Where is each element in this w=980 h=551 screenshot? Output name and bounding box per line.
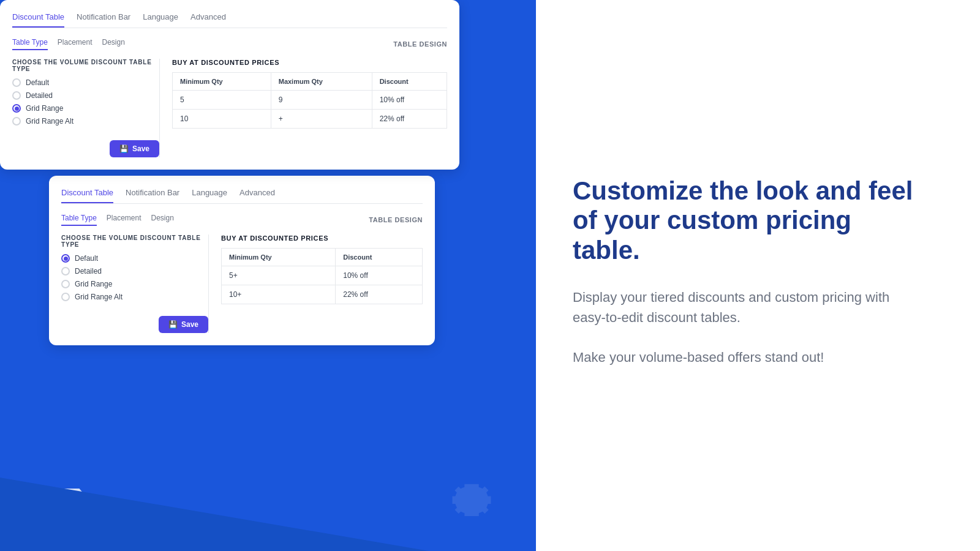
cell-discount-2-back: 22% off xyxy=(336,285,423,304)
col-header-discount-back: Discount xyxy=(336,249,423,266)
sub-tab-design-back[interactable]: Design xyxy=(151,214,174,226)
right-panel: Customize the look and feel of your cust… xyxy=(536,0,980,551)
sub-tab-table-type-front[interactable]: Table Type xyxy=(12,38,48,50)
radio-detailed-front[interactable]: Detailed xyxy=(12,91,159,100)
radio-label-grid-range-alt-back: Grid Range Alt xyxy=(75,293,123,301)
radio-grid-range-alt-front[interactable]: Grid Range Alt xyxy=(12,117,159,126)
radio-circle-grid-range xyxy=(12,104,21,113)
radio-circle-grid-range-back xyxy=(61,280,70,288)
table-row-1-front: 5 9 10% off xyxy=(173,91,447,110)
radio-label-default-back: Default xyxy=(75,254,98,263)
col-header-max-qty-front: Maximum Qty xyxy=(271,73,372,91)
right-col-front: BUY AT DISCOUNTED PRICES Minimum Qty Max… xyxy=(159,59,447,157)
section-heading-back: CHOOSE THE VOLUME DISCOUNT TABLE TYPE xyxy=(61,234,208,248)
save-button-back[interactable]: 💾 Save xyxy=(159,316,208,333)
radio-circle-default xyxy=(12,78,21,87)
svg-text:$: $ xyxy=(468,492,475,506)
sub-tab-table-type-back[interactable]: Table Type xyxy=(61,214,97,226)
cell-max-1-front: 9 xyxy=(271,91,372,110)
tab-language-front[interactable]: Language xyxy=(143,12,178,28)
save-label-front: Save xyxy=(132,144,149,153)
save-icon-back: 💾 xyxy=(168,320,178,329)
radio-dot-grid-range xyxy=(15,107,19,111)
card-inner-front: CHOOSE THE VOLUME DISCOUNT TABLE TYPE De… xyxy=(12,59,447,157)
radio-circle-grid-range-alt xyxy=(12,117,21,126)
radio-detailed-back[interactable]: Detailed xyxy=(61,267,208,276)
cell-discount-1-front: 10% off xyxy=(372,91,447,110)
radio-circle-detailed-back xyxy=(61,267,70,276)
tab-notification-bar-front[interactable]: Notification Bar xyxy=(77,12,130,28)
sub-tab-placement-front[interactable]: Placement xyxy=(58,38,92,50)
tab-bar-back: Discount Table Notification Bar Language… xyxy=(61,188,423,204)
cell-min-1-back: 5+ xyxy=(222,266,336,285)
sub-tab-row-front: Table Type Placement Design TABLE DESIGN xyxy=(12,38,447,50)
table-row-1-back: 5+ 10% off xyxy=(222,266,423,285)
radio-label-grid-range-back: Grid Range xyxy=(75,280,112,288)
table-design-label-back: TABLE DESIGN xyxy=(369,216,423,223)
body-text-2: Make your volume-based offers stand out! xyxy=(573,347,916,367)
radio-circle-default-back xyxy=(61,254,70,263)
cell-discount-2-front: 22% off xyxy=(372,110,447,129)
radio-circle-grid-range-alt-back xyxy=(61,293,70,301)
col-header-min-qty-back: Minimum Qty xyxy=(222,249,336,266)
tab-advanced-front[interactable]: Advanced xyxy=(190,12,226,28)
col-header-discount-front: Discount xyxy=(372,73,447,91)
sub-tab-row-back: Table Type Placement Design TABLE DESIGN xyxy=(61,214,423,226)
save-button-front[interactable]: 💾 Save xyxy=(110,140,159,157)
tab-advanced-back[interactable]: Advanced xyxy=(239,188,275,203)
discount-table-title-back: BUY AT DISCOUNTED PRICES xyxy=(221,234,423,242)
table-row-2-back: 10+ 22% off xyxy=(222,285,423,304)
radio-default-back[interactable]: Default xyxy=(61,254,208,263)
radio-label-detailed-back: Detailed xyxy=(75,267,102,276)
cell-max-2-front: + xyxy=(271,110,372,129)
tab-notification-bar-back[interactable]: Notification Bar xyxy=(126,188,179,203)
left-col-back: CHOOSE THE VOLUME DISCOUNT TABLE TYPE De… xyxy=(61,234,208,333)
radio-group-front: Default Detailed Grid Range Gri xyxy=(12,78,159,126)
bottom-diagonal xyxy=(0,478,429,551)
radio-dot-default-back xyxy=(64,257,68,261)
left-panel: $ Discount Table Notification Bar Langua… xyxy=(0,0,536,551)
table-row-2-front: 10 + 22% off xyxy=(173,110,447,129)
radio-label-grid-range-alt: Grid Range Alt xyxy=(26,117,74,126)
card-back: Discount Table Notification Bar Language… xyxy=(49,176,435,345)
radio-circle-detailed xyxy=(12,91,21,100)
radio-label-default: Default xyxy=(26,78,49,87)
tab-bar-front: Discount Table Notification Bar Language… xyxy=(12,12,447,28)
main-headline: Customize the look and feel of your cust… xyxy=(573,176,916,265)
card-front: Discount Table Notification Bar Language… xyxy=(0,0,459,170)
radio-label-detailed: Detailed xyxy=(26,91,53,100)
tab-discount-table-back[interactable]: Discount Table xyxy=(61,188,113,203)
radio-default-front[interactable]: Default xyxy=(12,78,159,87)
section-heading-front: CHOOSE THE VOLUME DISCOUNT TABLE TYPE xyxy=(12,59,159,72)
col-header-min-qty-front: Minimum Qty xyxy=(173,73,271,91)
cell-min-2-front: 10 xyxy=(173,110,271,129)
cell-min-1-front: 5 xyxy=(173,91,271,110)
tab-discount-table-front[interactable]: Discount Table xyxy=(12,12,64,28)
discount-table-title-front: BUY AT DISCOUNTED PRICES xyxy=(172,59,447,66)
cell-min-2-back: 10+ xyxy=(222,285,336,304)
save-icon: 💾 xyxy=(119,144,129,153)
discount-table-back: Minimum Qty Discount 5+ 10% off 10+ 22% … xyxy=(221,248,423,304)
gear-bottom-right-icon: $ xyxy=(444,471,499,527)
right-col-back: BUY AT DISCOUNTED PRICES Minimum Qty Dis… xyxy=(208,234,423,333)
save-label-back: Save xyxy=(181,320,198,329)
sub-tab-placement-back[interactable]: Placement xyxy=(107,214,141,226)
radio-grid-range-front[interactable]: Grid Range xyxy=(12,104,159,113)
tab-language-back[interactable]: Language xyxy=(192,188,227,203)
radio-label-grid-range: Grid Range xyxy=(26,104,63,113)
discount-table-front: Minimum Qty Maximum Qty Discount 5 9 10%… xyxy=(172,72,447,129)
left-col-front: CHOOSE THE VOLUME DISCOUNT TABLE TYPE De… xyxy=(12,59,159,157)
radio-grid-range-alt-back[interactable]: Grid Range Alt xyxy=(61,293,208,301)
cell-discount-1-back: 10% off xyxy=(336,266,423,285)
radio-group-back: Default Detailed Grid Range Grid Range A… xyxy=(61,254,208,301)
sub-tab-design-front[interactable]: Design xyxy=(102,38,125,50)
card-inner-back: CHOOSE THE VOLUME DISCOUNT TABLE TYPE De… xyxy=(61,234,423,333)
body-text-1: Display your tiered discounts and custom… xyxy=(573,287,916,328)
table-design-label-front: TABLE DESIGN xyxy=(393,40,447,48)
radio-grid-range-back[interactable]: Grid Range xyxy=(61,280,208,288)
